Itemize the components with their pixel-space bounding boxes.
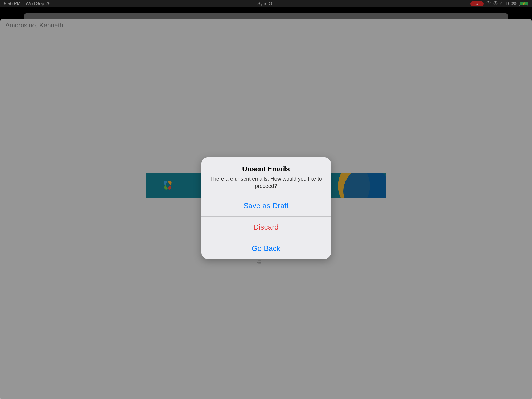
alert-title: Unsent Emails	[209, 165, 323, 173]
unsent-emails-alert: Unsent Emails There are unsent emails. H…	[201, 157, 331, 259]
alert-message: There are unsent emails. How would you l…	[209, 175, 323, 190]
save-as-draft-button[interactable]: Save as Draft	[201, 195, 331, 216]
go-back-button[interactable]: Go Back	[201, 238, 331, 259]
alert-header: Unsent Emails There are unsent emails. H…	[201, 157, 331, 195]
discard-button[interactable]: Discard	[201, 216, 331, 238]
